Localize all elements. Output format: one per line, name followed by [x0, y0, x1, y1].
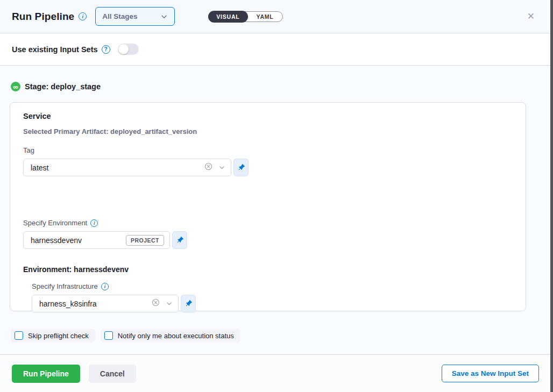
save-as-new-input-set-button[interactable]: Save as New Input Set	[442, 365, 539, 382]
service-card: Service Selected Primary Artifact: deplo…	[10, 102, 526, 311]
scope-badge: PROJECT	[126, 235, 164, 246]
environment-pin-button[interactable]	[172, 231, 187, 249]
stage-section: ∞ Stage: deploy_stage Service Selected P…	[0, 66, 553, 354]
run-options: Skip preflight check Notify only me abou…	[10, 329, 543, 343]
pin-icon	[235, 162, 246, 173]
tag-input[interactable]	[30, 163, 200, 173]
infrastructure-pin-button[interactable]	[181, 295, 196, 312]
deploy-stage-icon: ∞	[11, 82, 20, 91]
run-pipeline-button[interactable]: Run Pipeline	[12, 365, 80, 383]
stage-header: ∞ Stage: deploy_stage	[10, 82, 543, 91]
infrastructure-label: Specify Infrastructure i	[32, 282, 513, 290]
page-title: Run Pipeline	[12, 11, 74, 23]
clear-icon[interactable]	[152, 298, 160, 309]
tag-label: Tag	[23, 146, 513, 154]
stage-label: Stage: deploy_stage	[25, 82, 101, 91]
chevron-down-icon[interactable]	[166, 300, 173, 307]
run-pipeline-modal: Run Pipeline i All Stages VISUAL YAML ✕ …	[0, 0, 553, 392]
tab-yaml[interactable]: YAML	[248, 11, 282, 22]
environment-label: Specify Environment i	[23, 219, 513, 227]
infrastructure-input-wrap	[32, 295, 179, 312]
input-sets-toggle[interactable]	[118, 44, 139, 55]
input-sets-label: Use existing Input Sets	[12, 45, 98, 54]
pipeline-info-icon[interactable]: i	[79, 12, 87, 20]
input-sets-row: Use existing Input Sets ?	[0, 33, 553, 66]
chevron-down-icon	[160, 13, 168, 20]
skip-preflight-label: Skip preflight check	[28, 332, 89, 340]
environment-input[interactable]	[30, 236, 126, 245]
tag-input-wrap	[23, 159, 231, 176]
chevron-down-icon[interactable]	[218, 164, 225, 171]
cancel-button[interactable]: Cancel	[89, 365, 136, 383]
notify-me-label: Notify only me about execution status	[118, 332, 234, 340]
infrastructure-input-row	[32, 295, 513, 312]
visual-yaml-toggle: VISUAL YAML	[208, 11, 282, 22]
page-overlay-edge	[550, 0, 553, 392]
tab-visual[interactable]: VISUAL	[208, 11, 247, 23]
tag-input-row	[23, 159, 513, 176]
clear-icon[interactable]	[204, 162, 212, 173]
notify-me-checkbox[interactable]	[104, 331, 113, 340]
infrastructure-input[interactable]	[38, 299, 147, 309]
environment-info-icon[interactable]: i	[90, 219, 98, 227]
pin-icon	[174, 234, 185, 246]
stage-filter-select[interactable]: All Stages	[95, 7, 175, 26]
modal-footer: Run Pipeline Cancel Save as New Input Se…	[0, 354, 553, 392]
skip-preflight-checkbox[interactable]	[15, 331, 23, 340]
selected-artifact-text: Selected Primary Artifact: deployed_arti…	[23, 127, 513, 136]
pin-icon	[182, 298, 194, 309]
help-icon[interactable]: ?	[102, 45, 110, 54]
environment-input-wrap: PROJECT	[23, 231, 170, 249]
stage-filter-value: All Stages	[102, 12, 137, 20]
service-title: Service	[23, 112, 513, 120]
modal-header: Run Pipeline i All Stages VISUAL YAML ✕	[0, 0, 553, 33]
infrastructure-info-icon[interactable]: i	[101, 283, 109, 290]
skip-preflight-option[interactable]: Skip preflight check	[11, 329, 95, 343]
toggle-knob	[118, 44, 129, 54]
tag-pin-button[interactable]	[233, 159, 249, 176]
environment-input-row: PROJECT	[23, 231, 513, 249]
close-icon[interactable]: ✕	[525, 10, 537, 23]
notify-me-option[interactable]: Notify only me about execution status	[101, 329, 240, 343]
environment-header: Environment: harnessdevenv	[23, 265, 513, 274]
